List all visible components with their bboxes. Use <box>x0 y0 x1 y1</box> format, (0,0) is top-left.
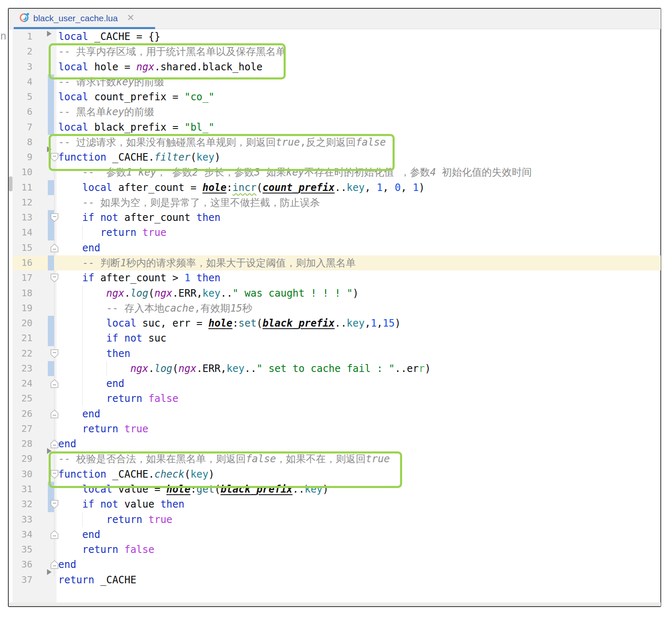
line-number[interactable]: 15 <box>16 240 32 255</box>
line-number[interactable]: 10 <box>16 165 32 180</box>
line-number[interactable]: 28 <box>16 436 32 451</box>
code-text[interactable]: end <box>57 527 661 542</box>
token-num: 1 <box>413 182 419 193</box>
line-number[interactable]: 29 <box>16 451 32 466</box>
line-number[interactable]: 34 <box>16 527 32 542</box>
code-text[interactable]: ngx.log(ngx.ERR,key.." was caught ! ! ! … <box>57 286 661 301</box>
code-text[interactable]: return _CACHE <box>57 572 661 587</box>
line-number[interactable]: 17 <box>16 270 32 285</box>
code-text[interactable]: local hole = ngx.shared.black_hole <box>57 59 661 74</box>
code-text[interactable]: then <box>57 346 661 361</box>
code-text[interactable]: return true <box>57 225 661 240</box>
code-text[interactable]: return true <box>57 421 661 436</box>
fold-marker-down-icon[interactable] <box>50 349 59 358</box>
code-text[interactable]: -- 过滤请求，如果没有触碰黑名单规则，则返回true,反之则返回false <box>57 135 661 150</box>
left-scrollbar-thumb[interactable] <box>9 176 12 191</box>
line-number[interactable]: 13 <box>16 210 32 225</box>
line-number[interactable]: 36 <box>16 557 32 572</box>
code-text[interactable]: -- 共享内存区域，用于统计黑名单以及保存黑名单 <box>57 44 661 59</box>
line-number[interactable]: 32 <box>16 497 32 512</box>
code-text[interactable]: function _CACHE.check(key) <box>57 467 661 482</box>
horizontal-scrollbar[interactable] <box>9 602 661 606</box>
line-number[interactable]: 25 <box>16 391 32 406</box>
code-line: 12 -- 如果为空，则是异常了，这里不做拦截，防止误杀 <box>12 195 661 210</box>
code-text[interactable]: -- 校验是否合法，如果在黑名单，则返回false，如果不在，则返回true <box>57 451 661 466</box>
code-text[interactable]: local black_prefix = "bl_" <box>57 120 661 135</box>
code-text[interactable]: end <box>57 436 661 451</box>
token-pl <box>58 544 82 555</box>
fold-marker-up-icon[interactable] <box>50 439 59 449</box>
line-number[interactable]: 33 <box>16 512 32 527</box>
token-up: hole <box>208 317 232 329</box>
code-text[interactable]: end <box>57 557 661 572</box>
line-number[interactable]: 7 <box>16 120 32 135</box>
code-text[interactable]: function _CACHE.filter(key) <box>57 150 661 165</box>
code-text[interactable]: if not after_count then <box>57 210 661 225</box>
line-number[interactable]: 5 <box>16 89 32 104</box>
fold-marker-down-icon[interactable] <box>50 500 59 509</box>
code-text[interactable]: -- 黑名单key的前缀 <box>57 104 661 119</box>
line-number[interactable]: 1 <box>16 29 32 44</box>
line-number[interactable]: 24 <box>16 376 32 391</box>
fold-marker-down-icon[interactable] <box>50 470 59 479</box>
code-text[interactable]: local suc, err = hole:set(black_prefix..… <box>57 316 661 331</box>
line-number[interactable]: 11 <box>16 180 32 195</box>
code-text[interactable]: end <box>57 240 661 255</box>
token-bool: false <box>148 393 178 404</box>
line-number[interactable]: 27 <box>16 421 32 436</box>
fold-marker-up-icon[interactable] <box>50 560 59 569</box>
line-number[interactable]: 18 <box>16 286 32 301</box>
line-number[interactable]: 14 <box>16 225 32 240</box>
code-text[interactable]: local _CACHE = {} <box>57 29 661 44</box>
token-pl <box>94 212 100 223</box>
fold-marker-down-icon[interactable] <box>50 153 59 162</box>
gutter: 25 <box>12 391 57 406</box>
code-text[interactable]: ngx.log(ngx.ERR,key.." set to cache fail… <box>57 361 661 376</box>
code-text[interactable]: local value = hole:get(black_prefix..key… <box>57 482 661 497</box>
code-text[interactable]: -- 判断1秒内的请求频率，如果大于设定阈值，则加入黑名单 <box>57 255 661 270</box>
code-text[interactable]: end <box>57 376 661 391</box>
fold-marker-up-icon[interactable] <box>50 530 59 539</box>
line-number[interactable]: 12 <box>16 195 32 210</box>
line-number[interactable]: 22 <box>16 346 32 361</box>
code-text[interactable]: end <box>57 406 661 421</box>
tab-close-icon[interactable]: ✕ <box>127 12 134 23</box>
line-number[interactable]: 6 <box>16 104 32 119</box>
tab-black-user-cache[interactable]: black_user_cache.lua ✕ <box>14 9 155 29</box>
token-kw: return <box>106 393 143 404</box>
code-text[interactable]: local after_count = hole:incr(count_pref… <box>57 180 661 195</box>
code-text[interactable]: -- 请求计数key的前缀 <box>57 74 661 89</box>
line-number[interactable]: 26 <box>16 406 32 421</box>
fold-marker-down-icon[interactable] <box>50 273 59 282</box>
line-number[interactable]: 3 <box>16 59 32 74</box>
code-text[interactable]: return true <box>57 512 661 527</box>
code-text[interactable]: if not value then <box>57 497 661 512</box>
line-number[interactable]: 19 <box>16 301 32 316</box>
line-number[interactable]: 9 <box>16 150 32 165</box>
line-number[interactable]: 30 <box>16 467 32 482</box>
code-text[interactable]: if not suc <box>57 331 661 346</box>
fold-marker-up-icon[interactable] <box>50 379 59 388</box>
line-number[interactable]: 2 <box>16 44 32 59</box>
line-number[interactable]: 35 <box>16 542 32 557</box>
code-text[interactable]: return false <box>57 391 661 406</box>
fold-marker-up-icon[interactable] <box>50 243 59 253</box>
line-number[interactable]: 21 <box>16 331 32 346</box>
line-number[interactable]: 20 <box>16 316 32 331</box>
code-text[interactable]: -- 参数1 key， 参数2 步长，参数3 如果key不存在时的初始化值 ，参… <box>57 165 661 180</box>
line-number[interactable]: 31 <box>16 482 32 497</box>
indent-guide <box>82 301 83 316</box>
fold-marker-up-icon[interactable] <box>50 409 59 419</box>
code-text[interactable]: return false <box>57 542 661 557</box>
code-text[interactable]: -- 存入本地cache,有效期15秒 <box>57 301 661 316</box>
line-number[interactable]: 4 <box>16 74 32 89</box>
token-fni: check <box>154 468 184 480</box>
line-number[interactable]: 37 <box>16 572 32 587</box>
code-text[interactable]: -- 如果为空，则是异常了，这里不做拦截，防止误杀 <box>57 195 661 210</box>
line-number[interactable]: 23 <box>16 361 32 376</box>
code-text[interactable]: if after_count > 1 then <box>57 270 661 285</box>
code-text[interactable]: local count_prefix = "co_" <box>57 89 661 104</box>
line-number[interactable]: 8 <box>16 135 32 150</box>
fold-marker-down-icon[interactable] <box>50 213 59 222</box>
line-number[interactable]: 16 <box>16 255 32 270</box>
